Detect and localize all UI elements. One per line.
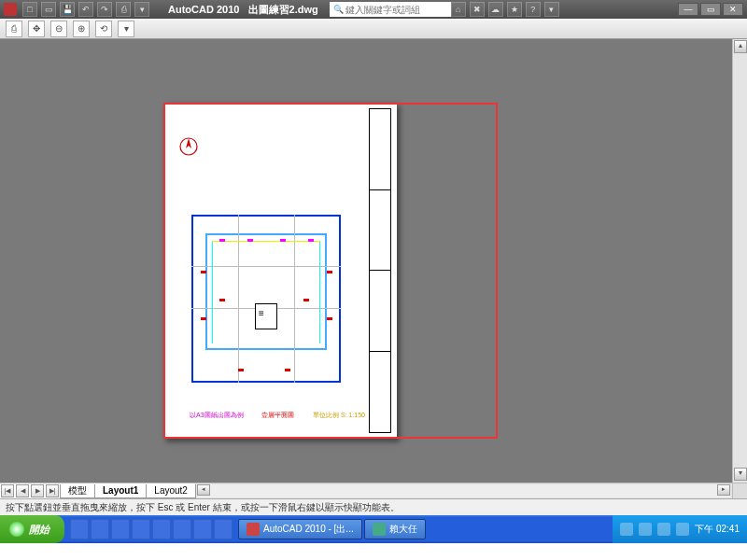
qat-open-icon[interactable]: ▭	[41, 2, 56, 17]
scroll-left-button[interactable]: ◂	[197, 484, 210, 496]
help-search[interactable]: 🔍	[330, 2, 451, 17]
tray-icon-2[interactable]	[639, 523, 652, 536]
windows-taskbar: 開始 AutoCAD 2010 - [出... 賴大任 下午 02:41	[0, 515, 747, 543]
scroll-right-button[interactable]: ▸	[717, 484, 730, 496]
task-folder-label: 賴大任	[389, 523, 417, 536]
start-orb-icon	[9, 522, 24, 537]
view-toolbar: ⎙ ✥ ⊖ ⊕ ⟲ ▾	[0, 19, 747, 39]
tab-nav-first[interactable]: |◀	[1, 484, 14, 497]
start-label: 開始	[29, 523, 49, 537]
task-buttons: AutoCAD 2010 - [出... 賴大任	[238, 519, 613, 539]
command-line[interactable]: 按下點選鈕並垂直拖曳來縮放，按下 Esc 或 Enter 結束，或按一下滑鼠右鍵…	[0, 498, 747, 515]
scroll-down-button[interactable]: ▾	[734, 468, 747, 481]
tray-icon-1[interactable]	[620, 523, 633, 536]
zoom-selection-box[interactable]	[163, 103, 498, 439]
title-bar: □ ▭ 💾 ↶ ↷ ⎙ ▾ AutoCAD 2010 出圖練習2.dwg 🔍 ⌂…	[0, 0, 747, 19]
task-autocad-label: AutoCAD 2010 - [出...	[263, 523, 354, 536]
ql-ie-icon[interactable]	[91, 519, 109, 539]
tray-icon-4[interactable]	[676, 523, 689, 536]
app-title: AutoCAD 2010 出圖練習2.dwg	[168, 3, 318, 17]
zoom-out-icon[interactable]: ⊖	[50, 21, 67, 37]
tab-nav-last[interactable]: ▶|	[46, 484, 59, 497]
search-icon: 🔍	[333, 5, 344, 14]
qat-redo-icon[interactable]: ↷	[97, 2, 112, 17]
qat-new-icon[interactable]: □	[22, 2, 37, 17]
ql-desktop-icon[interactable]	[70, 519, 89, 539]
qat-save-icon[interactable]: 💾	[60, 2, 75, 17]
search-input[interactable]	[345, 5, 447, 15]
clock[interactable]: 下午 02:41	[695, 523, 740, 536]
task-folder-icon	[373, 523, 386, 536]
ql-app3-icon[interactable]	[152, 519, 171, 539]
minimize-button[interactable]: —	[678, 3, 698, 16]
layout-tabs: |◀ ◀ ▶ ▶| 模型 Layout1 Layout2	[0, 483, 195, 498]
layout-tab-row: |◀ ◀ ▶ ▶| 模型 Layout1 Layout2 ◂ ▸	[0, 483, 747, 498]
quick-access-toolbar: □ ▭ 💾 ↶ ↷ ⎙ ▾	[22, 2, 149, 17]
infocenter-icon[interactable]: ⌂	[451, 2, 466, 17]
clock-ampm: 下午	[695, 524, 713, 534]
layout-viewport[interactable]: 以A3圖紙出圖為例 壹層平面圖 單位比例 S: 1:150 ▴ ▾ |◀ ◀ ▶…	[0, 39, 747, 498]
qat-dropdown-icon[interactable]: ▾	[134, 2, 149, 17]
help-icon[interactable]: ?	[526, 2, 541, 17]
pan-icon[interactable]: ✥	[28, 21, 45, 37]
system-tray: 下午 02:41	[613, 515, 747, 543]
file-name: 出圖練習2.dwg	[248, 4, 318, 15]
ql-app5-icon[interactable]	[193, 519, 212, 539]
comm-icon[interactable]: ☁	[488, 2, 503, 17]
clock-time: 02:41	[716, 524, 740, 534]
title-right-tools: ⌂ ✖ ☁ ★ ? ▾	[451, 2, 559, 17]
qat-undo-icon[interactable]: ↶	[78, 2, 93, 17]
qat-plot-icon[interactable]: ⎙	[116, 2, 131, 17]
close-button[interactable]: ✕	[723, 3, 743, 16]
app-name: AutoCAD 2010	[168, 4, 239, 15]
tab-nav-prev[interactable]: ◀	[16, 484, 29, 497]
tray-icon-3[interactable]	[657, 523, 670, 536]
tab-layout2[interactable]: Layout2	[146, 484, 196, 498]
favorite-icon[interactable]: ★	[507, 2, 522, 17]
scroll-up-button[interactable]: ▴	[734, 40, 747, 53]
zoom-dropdown-icon[interactable]: ▾	[118, 21, 134, 37]
maximize-button[interactable]: ▭	[700, 3, 721, 16]
tab-layout1[interactable]: Layout1	[94, 484, 147, 498]
zoom-prev-icon[interactable]: ⟲	[95, 21, 112, 37]
window-controls: — ▭ ✕	[678, 3, 743, 16]
task-autocad[interactable]: AutoCAD 2010 - [出...	[238, 519, 362, 539]
start-button[interactable]: 開始	[0, 515, 64, 543]
task-folder[interactable]: 賴大任	[364, 519, 426, 539]
tab-nav-next[interactable]: ▶	[31, 484, 44, 497]
horizontal-scrollbar[interactable]: ◂ ▸	[197, 484, 730, 497]
exchange-icon[interactable]: ✖	[470, 2, 485, 17]
print-icon[interactable]: ⎙	[6, 21, 22, 37]
tab-model[interactable]: 模型	[60, 484, 95, 498]
help-dropdown-icon[interactable]: ▾	[544, 2, 559, 17]
ql-app1-icon[interactable]	[111, 519, 130, 539]
quick-launch	[70, 519, 233, 539]
vertical-scrollbar[interactable]: ▴ ▾	[732, 39, 747, 498]
ql-app2-icon[interactable]	[132, 519, 150, 539]
ql-app6-icon[interactable]	[214, 519, 233, 539]
app-icon[interactable]	[4, 3, 17, 16]
ql-app4-icon[interactable]	[173, 519, 191, 539]
zoom-in-icon[interactable]: ⊕	[73, 21, 90, 37]
task-autocad-icon	[247, 523, 260, 536]
scroll-corner	[732, 483, 747, 498]
